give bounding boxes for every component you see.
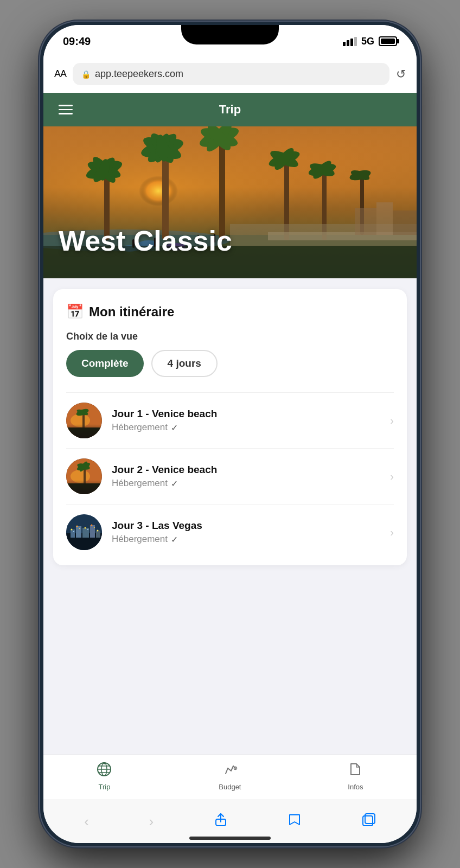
tab-trip-label: Trip xyxy=(98,783,110,791)
battery-icon xyxy=(379,36,397,46)
day-thumbnail xyxy=(66,514,102,550)
svg-rect-43 xyxy=(376,202,393,235)
hamburger-menu-icon[interactable] xyxy=(59,105,73,114)
trip-icon xyxy=(97,762,112,781)
svg-rect-63 xyxy=(71,529,75,538)
day2-thumb-img xyxy=(66,458,102,494)
svg-rect-64 xyxy=(76,526,81,538)
chevron-right-icon: › xyxy=(390,526,394,539)
status-bar: 09:49 5G xyxy=(43,25,417,58)
browser-bar: AA 🔒 app.teepeekers.com ↺ xyxy=(43,58,417,93)
day-title: Jour 2 - Venice beach xyxy=(112,464,386,476)
calendar-icon: 📅 xyxy=(66,303,84,320)
svg-point-54 xyxy=(71,470,90,483)
svg-point-84 xyxy=(103,762,105,764)
chevron-right-icon: › xyxy=(390,470,394,483)
day-info: Jour 1 - Venice beach Hébergement ✓ xyxy=(112,408,386,433)
day-item[interactable]: Jour 3 - Las Vegas Hébergement ✓ › xyxy=(66,504,394,560)
view-label: Choix de la vue xyxy=(66,331,394,342)
svg-point-72 xyxy=(97,530,99,532)
browser-url-bar[interactable]: 🔒 app.teepeekers.com xyxy=(73,63,389,85)
day3-thumb-img xyxy=(66,514,102,550)
app-content: Trip xyxy=(43,93,417,800)
tab-infos[interactable]: Infos xyxy=(348,762,363,791)
network-label: 5G xyxy=(361,36,374,47)
svg-point-76 xyxy=(94,527,95,528)
refresh-icon[interactable]: ↺ xyxy=(396,67,406,81)
phone-frame: 09:49 5G AA 🔒 xyxy=(40,22,420,846)
day-thumbnail xyxy=(66,458,102,494)
view-days-button[interactable]: 4 jours xyxy=(151,350,218,377)
tab-infos-label: Infos xyxy=(348,783,363,791)
day-item[interactable]: Jour 2 - Venice beach Hébergement ✓ › xyxy=(66,448,394,504)
app-title: Trip xyxy=(219,103,241,117)
svg-point-75 xyxy=(87,529,88,530)
day-subtitle: Hébergement ✓ xyxy=(112,534,386,545)
svg-point-70 xyxy=(85,527,86,529)
infos-icon xyxy=(348,762,363,781)
svg-point-47 xyxy=(71,414,90,427)
tabs-button[interactable] xyxy=(362,813,376,831)
back-button[interactable]: ‹ xyxy=(84,813,89,830)
day-title: Jour 1 - Venice beach xyxy=(112,408,386,420)
svg-point-68 xyxy=(71,529,73,531)
day-title: Jour 3 - Las Vegas xyxy=(112,520,386,532)
svg-rect-42 xyxy=(355,208,376,235)
view-options: Complète 4 jours xyxy=(66,350,394,377)
view-complete-button[interactable]: Complète xyxy=(66,350,144,377)
status-icons: 5G xyxy=(343,36,397,47)
hero-section: West Classic xyxy=(43,126,417,278)
itinerary-header: 📅 Mon itinéraire xyxy=(66,303,394,320)
svg-point-73 xyxy=(73,531,74,532)
main-content: 📅 Mon itinéraire Choix de la vue Complèt… xyxy=(43,278,417,755)
share-button[interactable] xyxy=(214,813,228,831)
day1-thumb-img xyxy=(66,403,102,438)
browser-url: app.teepeekers.com xyxy=(95,68,183,80)
lock-icon: 🔒 xyxy=(81,70,91,79)
itinerary-card: 📅 Mon itinéraire Choix de la vue Complèt… xyxy=(53,289,407,565)
svg-point-74 xyxy=(79,528,80,529)
svg-rect-67 xyxy=(96,531,100,538)
budget-icon xyxy=(222,762,238,781)
day-info: Jour 2 - Venice beach Hébergement ✓ xyxy=(112,464,386,489)
notch xyxy=(181,25,279,44)
checkmark-icon: ✓ xyxy=(171,478,178,489)
svg-rect-51 xyxy=(66,427,102,438)
svg-point-71 xyxy=(91,525,93,526)
day-subtitle: Hébergement ✓ xyxy=(112,422,386,433)
home-indicator[interactable] xyxy=(189,837,271,840)
app-header: Trip xyxy=(43,93,417,126)
bookmarks-button[interactable] xyxy=(288,813,302,831)
hero-trip-name: West Classic xyxy=(59,226,232,257)
day-item[interactable]: Jour 1 - Venice beach Hébergement ✓ › xyxy=(66,392,394,448)
tab-budget[interactable]: Budget xyxy=(219,762,241,791)
svg-rect-59 xyxy=(66,483,102,494)
phone-screen: 09:49 5G AA 🔒 xyxy=(43,25,417,843)
status-time: 09:49 xyxy=(63,35,91,48)
chevron-right-icon: › xyxy=(390,414,394,427)
checkmark-icon: ✓ xyxy=(171,534,178,545)
tab-trip[interactable]: Trip xyxy=(97,762,112,791)
day-info: Jour 3 - Las Vegas Hébergement ✓ xyxy=(112,520,386,545)
phone-outer: 09:49 5G AA 🔒 xyxy=(0,0,460,868)
signal-bars xyxy=(343,37,357,46)
forward-button[interactable]: › xyxy=(149,813,154,830)
day-subtitle: Hébergement ✓ xyxy=(112,478,386,489)
battery-fill xyxy=(381,39,395,44)
browser-aa-label[interactable]: AA xyxy=(54,68,66,80)
svg-point-69 xyxy=(76,526,78,527)
svg-point-1 xyxy=(124,157,222,233)
itinerary-title: Mon itinéraire xyxy=(89,304,174,320)
day-list: Jour 1 - Venice beach Hébergement ✓ › xyxy=(66,392,394,560)
svg-rect-44 xyxy=(393,210,417,235)
tab-bar: Trip Budget xyxy=(43,755,417,800)
svg-rect-88 xyxy=(365,814,375,824)
day-thumbnail xyxy=(66,403,102,438)
checkmark-icon: ✓ xyxy=(171,423,178,433)
tab-budget-label: Budget xyxy=(219,783,241,791)
